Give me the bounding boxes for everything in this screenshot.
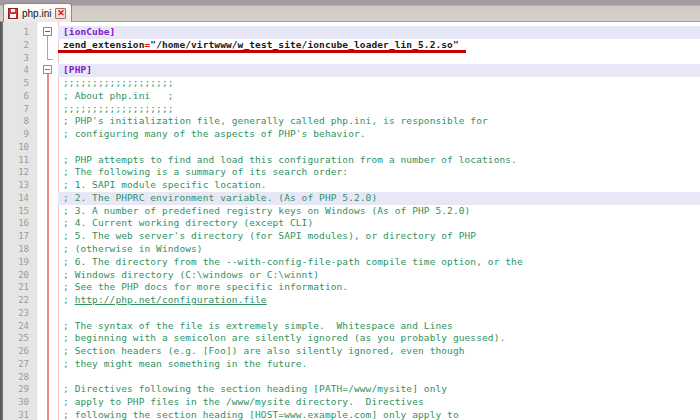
fold-margin-cell bbox=[37, 281, 58, 294]
code-line-text: ; Directives following the section headi… bbox=[58, 383, 700, 396]
fold-toggle-icon[interactable] bbox=[43, 65, 52, 74]
fold-margin-cell bbox=[37, 77, 58, 90]
code-line-text: ;;;;;;;;;;;;;;;;;;; bbox=[58, 77, 700, 90]
code-line-text: ; The syntax of the file is extremely si… bbox=[58, 320, 700, 333]
editor-window: php.ini ✕ 1[ionCube]2zend_extension="/ho… bbox=[0, 0, 700, 420]
close-icon[interactable]: ✕ bbox=[55, 8, 66, 19]
code-line-text: ; 1. SAPI module specific location. bbox=[58, 179, 700, 192]
line-number: 13 bbox=[3, 179, 37, 192]
line-number: 30 bbox=[3, 396, 37, 409]
line-number: 25 bbox=[3, 332, 37, 345]
code-line[interactable]: 11; PHP attempts to find and load this c… bbox=[0, 154, 700, 167]
fold-margin-cell bbox=[37, 26, 58, 39]
fold-margin-cell bbox=[37, 409, 58, 420]
code-line-text: ; 4. Current working directory (except C… bbox=[58, 217, 700, 230]
line-number: 14 bbox=[3, 192, 37, 205]
tab-title: php.ini bbox=[22, 8, 51, 19]
modified-floppy-icon bbox=[8, 8, 18, 19]
fold-margin-cell bbox=[37, 217, 58, 230]
fold-margin-cell bbox=[37, 64, 58, 77]
code-line[interactable]: 8; PHP's initialization file, generally … bbox=[0, 115, 700, 128]
code-line[interactable]: 1[ionCube] bbox=[0, 26, 700, 39]
code-line[interactable]: 12; The following is a summary of its se… bbox=[0, 166, 700, 179]
code-line[interactable]: 5;;;;;;;;;;;;;;;;;;; bbox=[0, 77, 700, 90]
line-number: 18 bbox=[3, 243, 37, 256]
code-line-text bbox=[58, 52, 700, 65]
line-number: 28 bbox=[3, 371, 37, 384]
code-line[interactable]: 29; Directives following the section hea… bbox=[0, 383, 700, 396]
code-line[interactable]: 30; apply to PHP files in the /www/mysit… bbox=[0, 396, 700, 409]
line-number: 2 bbox=[3, 39, 37, 52]
code-line[interactable]: 31; following the section heading [HOST=… bbox=[0, 409, 700, 420]
tab-bar: php.ini ✕ bbox=[0, 0, 700, 22]
line-number: 23 bbox=[3, 307, 37, 320]
code-line[interactable]: 20; Windows directory (C:\windows or C:\… bbox=[0, 269, 700, 282]
code-line[interactable]: 3 bbox=[0, 52, 700, 65]
code-line-text: ; apply to PHP files in the /www/mysite … bbox=[58, 396, 700, 409]
code-line[interactable]: 17; 5. The web server's directory (for S… bbox=[0, 230, 700, 243]
line-number: 1 bbox=[3, 26, 37, 39]
code-line-text: ; beginning with a semicolon are silentl… bbox=[58, 332, 700, 345]
code-line[interactable]: 16; 4. Current working directory (except… bbox=[0, 217, 700, 230]
line-number: 29 bbox=[3, 383, 37, 396]
line-number: 19 bbox=[3, 256, 37, 269]
code-line[interactable]: 15; 3. A number of predefined registry k… bbox=[0, 205, 700, 218]
line-number: 17 bbox=[3, 230, 37, 243]
fold-margin-cell bbox=[37, 39, 58, 52]
line-number: 4 bbox=[3, 64, 37, 77]
code-line[interactable]: 26; Section headers (e.g. [Foo]) are als… bbox=[0, 345, 700, 358]
fold-toggle-icon[interactable] bbox=[43, 27, 52, 36]
fold-margin-cell bbox=[37, 192, 58, 205]
code-line[interactable]: 18; (otherwise in Windows) bbox=[0, 243, 700, 256]
code-line-text bbox=[58, 307, 700, 320]
code-lines-container: 1[ionCube]2zend_extension="/home/virtwww… bbox=[0, 22, 700, 420]
code-line-text bbox=[58, 141, 700, 154]
code-line[interactable]: 21; See the PHP docs for more specific i… bbox=[0, 281, 700, 294]
fold-margin-cell bbox=[37, 52, 58, 65]
code-line[interactable]: 23 bbox=[0, 307, 700, 320]
code-line-text: ; 3. A number of predefined registry key… bbox=[58, 205, 700, 218]
code-editor[interactable]: 1[ionCube]2zend_extension="/home/virtwww… bbox=[0, 22, 700, 420]
fold-margin-cell bbox=[37, 345, 58, 358]
code-line[interactable]: 10 bbox=[0, 141, 700, 154]
code-line[interactable]: 28 bbox=[0, 371, 700, 384]
code-line-text: [ionCube] bbox=[58, 26, 700, 39]
code-line[interactable]: 24; The syntax of the file is extremely … bbox=[0, 320, 700, 333]
fold-margin-cell bbox=[37, 307, 58, 320]
code-line[interactable]: 9; configuring many of the aspects of PH… bbox=[0, 128, 700, 141]
tab-php-ini[interactable]: php.ini ✕ bbox=[3, 3, 72, 22]
code-line-text: ; Windows directory (C:\windows or C:\wi… bbox=[58, 269, 700, 282]
code-line-text: [PHP] bbox=[58, 64, 700, 77]
window-left-edge bbox=[0, 22, 3, 420]
code-line[interactable]: 7;;;;;;;;;;;;;;;;;;; bbox=[0, 103, 700, 116]
code-line-text: ; they might mean something in the futur… bbox=[58, 358, 700, 371]
fold-margin-cell bbox=[37, 166, 58, 179]
code-line-text: ;;;;;;;;;;;;;;;;;;; bbox=[58, 103, 700, 116]
code-line[interactable]: 22; http://php.net/configuration.file bbox=[0, 294, 700, 307]
code-line[interactable]: 4[PHP] bbox=[0, 64, 700, 77]
code-line-text: ; (otherwise in Windows) bbox=[58, 243, 700, 256]
code-line-text: ; configuring many of the aspects of PHP… bbox=[58, 128, 700, 141]
code-line[interactable]: 14; 2. The PHPRC environment variable. (… bbox=[0, 192, 700, 205]
fold-margin-cell bbox=[37, 256, 58, 269]
fold-margin-cell bbox=[37, 383, 58, 396]
code-line[interactable]: 19; 6. The directory from the --with-con… bbox=[0, 256, 700, 269]
code-line[interactable]: 6; About php.ini ; bbox=[0, 90, 700, 103]
line-number: 11 bbox=[3, 154, 37, 167]
line-number: 8 bbox=[3, 115, 37, 128]
fold-margin-cell bbox=[37, 243, 58, 256]
fold-margin-cell bbox=[37, 396, 58, 409]
fold-margin-cell bbox=[37, 269, 58, 282]
code-line-text: ; See the PHP docs for more specific inf… bbox=[58, 281, 700, 294]
code-line[interactable]: 27; they might mean something in the fut… bbox=[0, 358, 700, 371]
line-number: 16 bbox=[3, 217, 37, 230]
line-number: 12 bbox=[3, 166, 37, 179]
code-line-text: ; PHP attempts to find and load this con… bbox=[58, 154, 700, 167]
line-number: 10 bbox=[3, 141, 37, 154]
code-line[interactable]: 13; 1. SAPI module specific location. bbox=[0, 179, 700, 192]
code-line[interactable]: 25; beginning with a semicolon are silen… bbox=[0, 332, 700, 345]
line-number: 21 bbox=[3, 281, 37, 294]
code-line-text: ; PHP's initialization file, generally c… bbox=[58, 115, 700, 128]
code-line-text: ; 2. The PHPRC environment variable. (As… bbox=[58, 192, 700, 205]
code-line-text bbox=[58, 371, 700, 384]
